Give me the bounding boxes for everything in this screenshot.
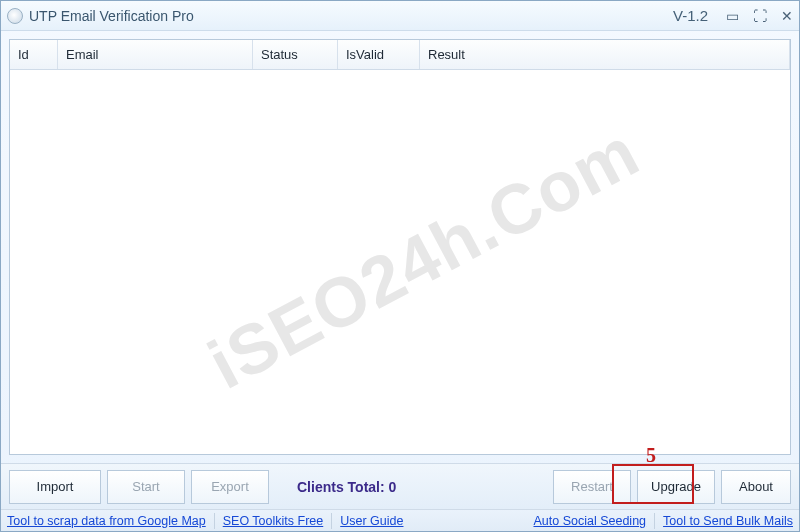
titlebar: UTP Email Verification Pro V-1.2 ▭ ⛶ ✕: [1, 1, 799, 31]
footer-links: Tool to scrap data from Google Map SEO T…: [1, 509, 799, 531]
minimize-icon[interactable]: ▭: [726, 8, 739, 24]
window-controls: ▭ ⛶ ✕: [726, 8, 793, 24]
separator: [214, 513, 215, 529]
app-title: UTP Email Verification Pro: [29, 8, 194, 24]
data-grid: Id Email Status IsValid Result iSEO24h.C…: [9, 39, 791, 455]
upgrade-button[interactable]: Upgrade: [637, 470, 715, 504]
separator: [654, 513, 655, 529]
import-button[interactable]: Import: [9, 470, 101, 504]
about-button[interactable]: About: [721, 470, 791, 504]
col-header-isvalid[interactable]: IsValid: [338, 40, 420, 69]
watermark-text: iSEO24h.Com: [196, 111, 652, 404]
version-label: V-1.2: [673, 7, 708, 24]
restart-button[interactable]: Restart: [553, 470, 631, 504]
col-header-id[interactable]: Id: [10, 40, 58, 69]
link-send-bulk-mails[interactable]: Tool to Send Bulk Mails: [663, 514, 793, 528]
link-user-guide[interactable]: User Guide: [340, 514, 403, 528]
grid-header: Id Email Status IsValid Result: [10, 40, 790, 70]
start-button[interactable]: Start: [107, 470, 185, 504]
col-header-result[interactable]: Result: [420, 40, 790, 69]
toolbar: Import Start Export Clients Total: 0 Res…: [1, 463, 799, 509]
app-window: UTP Email Verification Pro V-1.2 ▭ ⛶ ✕ I…: [0, 0, 800, 532]
col-header-email[interactable]: Email: [58, 40, 253, 69]
col-header-status[interactable]: Status: [253, 40, 338, 69]
grid-body: iSEO24h.Com: [10, 70, 790, 454]
link-auto-social-seeding[interactable]: Auto Social Seeding: [533, 514, 646, 528]
app-icon: [7, 8, 23, 24]
separator: [331, 513, 332, 529]
clients-total-label: Clients Total: 0: [297, 479, 396, 495]
close-icon[interactable]: ✕: [781, 8, 793, 24]
export-button[interactable]: Export: [191, 470, 269, 504]
maximize-icon[interactable]: ⛶: [753, 8, 767, 24]
link-seo-toolkits[interactable]: SEO Toolkits Free: [223, 514, 324, 528]
link-scrap-google-map[interactable]: Tool to scrap data from Google Map: [7, 514, 206, 528]
